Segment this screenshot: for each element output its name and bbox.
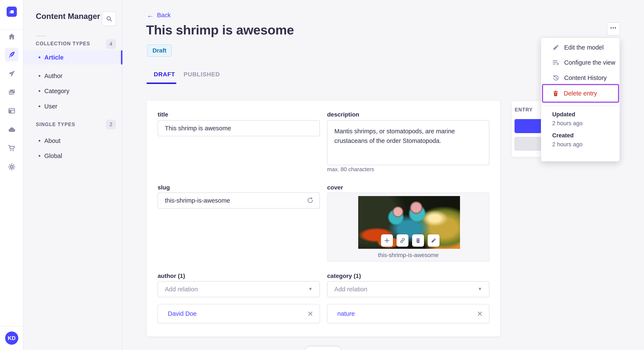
pencil-icon <box>430 237 436 243</box>
author-select-placeholder: Add relation <box>165 286 198 293</box>
configure-list-icon <box>552 59 560 66</box>
cover-field-label: cover <box>327 184 343 191</box>
search-icon <box>106 15 112 22</box>
remove-author-relation-icon[interactable]: × <box>308 309 313 318</box>
copy-link-button[interactable] <box>396 234 408 247</box>
description-textarea[interactable]: Mantis shrimps, or stomatopods, are mari… <box>327 120 490 165</box>
menu-item-label: Delete entry <box>564 90 597 97</box>
nav-media-library-icon[interactable] <box>5 85 18 99</box>
author-field-label: author (1) <box>158 273 185 279</box>
category-relation-link[interactable]: nature <box>337 310 355 317</box>
nav-marketplace-cart-icon[interactable] <box>5 141 18 155</box>
bullet-icon: • <box>38 87 44 95</box>
cover-media-widget: this-shrimp-is-awesome <box>327 192 490 262</box>
entry-panel-title: ENTRY <box>515 107 533 113</box>
tab-published[interactable]: PUBLISHED <box>184 71 220 78</box>
search-button[interactable] <box>102 11 116 26</box>
category-relation-item: nature × <box>327 304 490 323</box>
history-clock-icon <box>552 74 560 81</box>
bullet-icon: • <box>38 54 44 61</box>
menu-item-content-history[interactable]: Content History <box>541 70 620 85</box>
menu-item-label: Edit the model <box>564 44 604 51</box>
chevron-down-icon: ▼ <box>308 286 313 292</box>
sidebar-divider <box>36 36 46 36</box>
description-field-label: description <box>327 111 359 118</box>
page-title: This shrimp is awesome <box>146 22 294 37</box>
created-label: Created <box>552 132 574 139</box>
back-link[interactable]: ← Back <box>147 11 170 19</box>
slug-input[interactable]: this-shrimp-is-awesome <box>158 192 320 209</box>
sidebar-item-label: User <box>44 103 57 110</box>
description-value: Mantis shrimps, or stomatopods, are mari… <box>334 127 467 146</box>
cover-filename: this-shrimp-is-awesome <box>328 252 489 259</box>
single-types-count-badge: 2 <box>106 120 116 129</box>
main-navigation-rail: KD <box>0 0 24 350</box>
title-field-label: title <box>158 111 168 118</box>
sidebar-item-about[interactable]: • About <box>24 134 122 148</box>
add-media-button[interactable] <box>381 234 393 247</box>
tab-draft[interactable]: DRAFT <box>154 71 175 78</box>
status-badge: Draft <box>147 44 172 57</box>
nav-release-send-icon[interactable] <box>5 67 18 81</box>
author-relation-select[interactable]: Add relation ▼ <box>158 281 320 297</box>
sidebar-item-global[interactable]: • Global <box>24 149 122 163</box>
category-field-label: category (1) <box>327 273 361 279</box>
rail-divider-bottom <box>0 326 24 326</box>
section-single-types: SINGLE TYPES <box>36 122 75 127</box>
trash-icon <box>415 237 421 243</box>
collection-types-count-badge: 4 <box>106 39 116 49</box>
nav-home-icon[interactable] <box>5 30 18 43</box>
slug-field-label: slug <box>158 184 170 191</box>
menu-item-edit-the-model[interactable]: Edit the model <box>541 40 620 55</box>
regenerate-slug-icon[interactable] <box>307 197 314 204</box>
menu-item-label: Configure the view <box>564 59 615 66</box>
link-icon <box>399 237 406 244</box>
plus-icon <box>384 237 390 244</box>
sidebar-item-label: Global <box>44 153 62 160</box>
more-actions-button[interactable]: ••• <box>607 22 620 35</box>
sidebar-item-user[interactable]: • User <box>24 99 122 113</box>
author-relation-item: David Doe × <box>158 304 320 323</box>
sidebar-title: Content Manager <box>36 12 100 21</box>
floating-toolbar-partial[interactable] <box>306 347 341 350</box>
remove-category-relation-icon[interactable]: × <box>477 309 482 318</box>
nav-content-manager-feather-icon[interactable] <box>5 48 18 61</box>
slug-input-value: this-shrimp-is-awesome <box>165 197 230 204</box>
title-input[interactable]: This shrimp is awesome <box>158 120 320 136</box>
sidebar-item-category[interactable]: • Category <box>24 84 122 98</box>
menu-item-delete-entry[interactable]: Delete entry <box>541 86 620 101</box>
strapi-logo-icon[interactable] <box>6 6 17 17</box>
nav-cloud-icon[interactable] <box>5 123 18 137</box>
description-hint: max. 80 characters <box>327 166 374 173</box>
back-label: Back <box>157 12 170 19</box>
user-avatar[interactable]: KD <box>5 332 18 345</box>
sidebar-item-label: About <box>44 137 60 144</box>
more-actions-menu: Edit the model Configure the view Conten… <box>541 38 620 161</box>
content-manager-sidebar: Content Manager COLLECTION TYPES 4 • Art… <box>24 0 122 350</box>
author-relation-link[interactable]: David Doe <box>168 310 196 317</box>
nav-settings-gear-icon[interactable] <box>5 160 18 174</box>
sidebar-item-author[interactable]: • Author <box>24 69 122 83</box>
menu-item-configure-the-view[interactable]: Configure the view <box>541 55 620 70</box>
nav-layout-icon[interactable] <box>5 104 18 118</box>
delete-media-button[interactable] <box>412 234 424 247</box>
cover-action-toolbar <box>381 234 440 247</box>
more-dots-icon: ••• <box>610 25 617 30</box>
edit-media-button[interactable] <box>428 234 440 247</box>
updated-label: Updated <box>552 111 575 118</box>
bullet-icon: • <box>38 72 44 80</box>
category-relation-select[interactable]: Add relation ▼ <box>327 281 490 297</box>
sidebar-item-article[interactable]: • Article <box>24 50 122 64</box>
sidebar-item-label: Article <box>44 54 64 61</box>
menu-item-label: Content History <box>564 74 607 81</box>
back-arrow-icon: ← <box>147 11 154 19</box>
active-tab-indicator <box>146 82 176 84</box>
chevron-down-icon: ▼ <box>478 286 482 292</box>
section-collection-types: COLLECTION TYPES <box>36 41 90 47</box>
updated-value: 2 hours ago <box>552 120 583 127</box>
category-select-placeholder: Add relation <box>334 286 367 293</box>
menu-divider <box>541 106 620 106</box>
app-window: KD Content Manager COLLECTION TYPES 4 • … <box>0 0 644 350</box>
sidebar-item-label: Author <box>44 72 62 80</box>
bullet-icon: • <box>38 152 44 160</box>
